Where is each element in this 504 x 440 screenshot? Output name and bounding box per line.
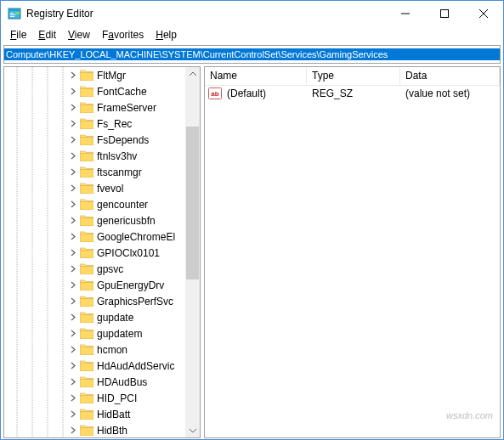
tree-item[interactable]: hcmon xyxy=(68,341,185,358)
tree-item[interactable]: Fs_Rec xyxy=(68,116,185,132)
regedit-icon xyxy=(8,7,21,20)
tree-item[interactable]: FrameServer xyxy=(68,99,185,116)
tree-item-label: HidBatt xyxy=(97,409,130,420)
expand-toggle[interactable] xyxy=(68,71,78,81)
svg-rect-2 xyxy=(10,13,14,14)
tree-item-label: GpuEnergyDrv xyxy=(97,279,164,291)
folder-icon xyxy=(80,215,93,226)
tree-item[interactable]: FsDepends xyxy=(68,132,185,148)
tree-item[interactable]: FltMgr xyxy=(68,67,185,83)
menu-help[interactable]: Help xyxy=(150,27,183,42)
expand-icon xyxy=(70,378,77,386)
col-data[interactable]: Data xyxy=(400,67,500,85)
tree-pane[interactable]: FltMgrFontCacheFrameServerFs_RecFsDepend… xyxy=(3,66,201,438)
tree-item[interactable]: HidBth xyxy=(68,422,185,437)
tree-item-label: GoogleChromeEl xyxy=(97,231,175,243)
folder-icon xyxy=(80,328,93,339)
maximize-button[interactable] xyxy=(425,1,464,26)
watermark: wsxdn.com xyxy=(446,410,493,420)
expand-toggle[interactable] xyxy=(68,183,78,194)
tree-item[interactable]: ftscanmgr xyxy=(68,164,185,180)
expand-toggle[interactable] xyxy=(68,280,78,291)
tree-item[interactable]: gupdatem xyxy=(68,325,185,341)
scroll-down-button[interactable] xyxy=(185,423,200,437)
tree-item[interactable]: HdAudAddServic xyxy=(68,358,185,374)
expand-toggle[interactable] xyxy=(68,313,78,323)
expand-toggle[interactable] xyxy=(68,216,78,226)
folder-icon xyxy=(80,409,93,420)
tree-item-label: FsDepends xyxy=(97,134,149,146)
list-row[interactable]: ab(Default)REG_SZ(value not set) xyxy=(205,86,500,101)
expand-toggle[interactable] xyxy=(68,119,78,129)
expand-toggle[interactable] xyxy=(68,393,78,403)
string-value-icon: ab xyxy=(208,87,222,99)
expand-toggle[interactable] xyxy=(68,200,78,210)
tree-item-label: Fs_Rec xyxy=(97,118,132,130)
tree-item-label: gupdate xyxy=(97,312,133,324)
folder-icon xyxy=(80,86,93,97)
tree-item[interactable]: HidBatt xyxy=(68,406,185,422)
tree-item-label: gencounter xyxy=(97,199,148,211)
expand-toggle[interactable] xyxy=(68,87,78,97)
menubar: File Edit View Favorites Help xyxy=(1,26,503,43)
list-pane[interactable]: Name Type Data ab(Default)REG_SZ(value n… xyxy=(204,66,501,438)
address-bar[interactable]: Computer\HKEY_LOCAL_MACHINE\SYSTEM\Curre… xyxy=(3,45,501,64)
expand-icon xyxy=(70,120,77,127)
cell-name: (Default) xyxy=(222,87,307,99)
tree-item[interactable]: GPIOClx0101 xyxy=(68,245,185,261)
tree-item[interactable]: HDAudBus xyxy=(68,374,185,390)
tree-item[interactable]: GoogleChromeEl xyxy=(68,228,185,245)
expand-toggle[interactable] xyxy=(68,409,78,420)
expand-icon xyxy=(70,265,77,273)
expand-toggle[interactable] xyxy=(68,377,78,387)
expand-toggle[interactable] xyxy=(68,296,78,307)
col-type[interactable]: Type xyxy=(307,67,400,85)
chevron-down-icon xyxy=(190,428,196,432)
tree-item[interactable]: fvevol xyxy=(68,180,185,196)
folder-icon xyxy=(80,102,93,113)
expand-toggle[interactable] xyxy=(68,151,78,161)
expand-toggle[interactable] xyxy=(68,103,78,113)
menu-edit[interactable]: Edit xyxy=(32,27,62,42)
close-button[interactable] xyxy=(464,1,503,26)
expand-toggle[interactable] xyxy=(68,345,78,355)
menu-view[interactable]: View xyxy=(62,27,96,42)
tree-item-label: gpsvc xyxy=(97,263,123,275)
tree-item[interactable]: ftnlsv3hv xyxy=(68,148,185,164)
folder-icon xyxy=(80,150,93,161)
tree-item[interactable]: GraphicsPerfSvc xyxy=(68,293,185,309)
expand-toggle[interactable] xyxy=(68,167,78,178)
expand-icon xyxy=(70,136,77,144)
col-name[interactable]: Name xyxy=(205,67,307,85)
tree-item-label: GPIOClx0101 xyxy=(97,247,160,259)
menu-favorites[interactable]: Favorites xyxy=(96,27,150,42)
tree-item[interactable]: gupdate xyxy=(68,309,185,325)
expand-toggle[interactable] xyxy=(68,135,78,145)
tree-item[interactable]: gpsvc xyxy=(68,261,185,277)
expand-toggle[interactable] xyxy=(68,329,78,339)
expand-toggle[interactable] xyxy=(68,248,78,258)
tree-scrollbar[interactable] xyxy=(185,67,200,437)
expand-icon xyxy=(70,362,77,369)
expand-toggle[interactable] xyxy=(68,232,78,242)
scroll-up-button[interactable] xyxy=(185,67,200,82)
tree-item[interactable]: GpuEnergyDrv xyxy=(68,277,185,293)
expand-icon xyxy=(70,281,77,289)
menu-file[interactable]: File xyxy=(4,27,32,42)
tree-item[interactable]: gencounter xyxy=(68,196,185,212)
tree-item-label: ftnlsv3hv xyxy=(97,150,137,162)
tree-item-label: gupdatem xyxy=(97,328,142,340)
registry-editor-window: Registry Editor File Edit View Favorites… xyxy=(0,0,504,440)
expand-toggle[interactable] xyxy=(68,361,78,371)
expand-toggle[interactable] xyxy=(68,264,78,274)
minimize-button[interactable] xyxy=(386,1,425,26)
tree-item[interactable]: FontCache xyxy=(68,83,185,99)
folder-icon xyxy=(80,166,93,178)
expand-toggle[interactable] xyxy=(68,426,78,436)
tree-item[interactable]: genericusbfn xyxy=(68,212,185,228)
close-icon xyxy=(479,9,488,18)
tree-item[interactable]: HID_PCI xyxy=(68,390,185,406)
scroll-thumb[interactable] xyxy=(186,127,199,279)
folder-icon xyxy=(80,344,93,355)
expand-icon xyxy=(70,297,77,305)
